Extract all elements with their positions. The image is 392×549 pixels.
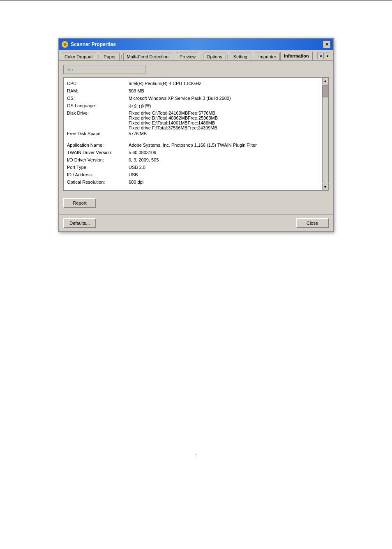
value-diskdrive: Fixed drive C:\Total:24160MBFree:5776MB … [129, 111, 318, 130]
value-freedisk: 5776 MB [129, 131, 318, 138]
scanner-icon: ⊕ [62, 41, 68, 48]
tab-options[interactable]: Options [203, 53, 226, 60]
value-ram: 503 MB [129, 88, 318, 95]
scrollbar-thumb[interactable] [323, 85, 328, 97]
info-row-appname: Application Name: Adobe Systems, Inc. Ph… [67, 143, 318, 149]
title-bar: ⊕ Scanner Properties ✕ [59, 39, 333, 50]
tab-bar: Color Dropout | Paper | Multi-Feed Detec… [59, 50, 333, 61]
tab-multi-feed[interactable]: Multi-Feed Detection [123, 53, 173, 60]
tab-sep-2: | [120, 53, 123, 60]
defaults-button[interactable]: Defaults... [63, 218, 96, 228]
value-port: USB 2.0 [129, 165, 318, 171]
info-row-os: OS: Microsoft Windows XP Service Pack 3 … [67, 96, 318, 102]
label-appname: Application Name: [67, 143, 129, 149]
tab-nav-right[interactable]: ► [325, 53, 331, 59]
tab-sep-5: | [226, 53, 229, 60]
tab-sep-6: | [251, 53, 254, 60]
tab-sep-3: | [173, 53, 175, 60]
info-row-cpu: CPU: Intel(R) Pentium(R) 4 CPU 1.80GHz [67, 81, 318, 88]
label-diskdrive: Disk Drive: [67, 111, 129, 130]
value-id: USB [129, 172, 318, 179]
info-table-wrapper: CPU: Intel(R) Pentium(R) 4 CPU 1.80GHz R… [63, 77, 329, 191]
value-cpu: Intel(R) Pentium(R) 4 CPU 1.80GHz [129, 81, 318, 88]
tab-sep-4: | [200, 53, 203, 60]
label-twain: TWAIN Driver Version: [67, 150, 129, 157]
label-io: I/O Driver Version: [67, 157, 129, 164]
label-port: Port Type: [67, 165, 129, 171]
label-os: OS: [67, 96, 129, 102]
tab-preview[interactable]: Preview [176, 53, 199, 60]
close-button[interactable]: Close [296, 218, 329, 228]
scrollbar-vertical[interactable]: ▲ ▼ [322, 78, 328, 190]
tab-paper[interactable]: Paper [100, 53, 119, 60]
dialog-body: Info CPU: Intel(R) Pentium(R) 4 CPU 1.80… [59, 61, 333, 215]
value-os: Microsoft Windows XP Service Pack 3 (Bui… [129, 96, 318, 102]
label-oslang: OS Language: [67, 103, 129, 110]
scrollbar-track[interactable] [322, 85, 329, 183]
value-twain: 5.60.0803109 [129, 150, 318, 157]
value-appname: Adobe Systems, Inc. Photoshop 1.166 (1.5… [129, 143, 318, 149]
info-row-diskdrive: Disk Drive: Fixed drive C:\Total:24160MB… [67, 111, 318, 130]
top-rule [0, 0, 392, 1]
info-dropdown-row: Info [63, 65, 329, 74]
label-ram: RAM: [67, 88, 129, 95]
window-close-button[interactable]: ✕ [323, 41, 330, 48]
scanner-properties-dialog: ⊕ Scanner Properties ✕ Color Dropout | P… [58, 38, 334, 232]
bottom-bar: Defaults... Close [59, 215, 333, 231]
label-freedisk: Free Disk Space: [67, 131, 129, 138]
info-table: CPU: Intel(R) Pentium(R) 4 CPU 1.80GHz R… [64, 78, 322, 190]
label-optical: Optical Resolution: [67, 180, 129, 186]
info-row-id: ID / Address: USB [67, 172, 318, 179]
report-button[interactable]: Report [63, 198, 96, 208]
tab-sep-1: | [97, 53, 99, 60]
info-row-ram: RAM: 503 MB [67, 88, 318, 95]
info-row-twain: TWAIN Driver Version: 5.60.0803109 [67, 150, 318, 157]
window-title: Scanner Properties [71, 42, 116, 47]
value-oslang: 中文 (台灣) [129, 103, 318, 110]
info-row-optical: Optical Resolution: 600 dpi [67, 180, 318, 186]
info-spacer [67, 138, 318, 143]
bottom-colon-text: : [195, 452, 197, 459]
tab-color-dropout[interactable]: Color Dropout [61, 53, 96, 60]
scrollbar-up-button[interactable]: ▲ [322, 78, 329, 84]
info-dropdown[interactable]: Info [63, 65, 145, 74]
tab-setting[interactable]: Setting [230, 53, 251, 60]
info-row-freedisk: Free Disk Space: 5776 MB [67, 131, 318, 138]
info-row-io: I/O Driver Version: 0, 9, 2009, 505 [67, 157, 318, 164]
report-row: Report [63, 196, 329, 210]
title-bar-left: ⊕ Scanner Properties [62, 41, 116, 48]
label-cpu: CPU: [67, 81, 129, 88]
info-row-oslang: OS Language: 中文 (台灣) [67, 103, 318, 110]
tab-nav-arrows: ◄ ► [317, 53, 331, 60]
scrollbar-down-button[interactable]: ▼ [322, 184, 329, 190]
value-optical: 600 dpi [129, 180, 318, 186]
label-id: ID / Address: [67, 172, 129, 179]
tab-nav-left[interactable]: ◄ [317, 53, 324, 59]
tab-imprinter[interactable]: Imprinter [255, 53, 280, 60]
info-row-port: Port Type: USB 2.0 [67, 165, 318, 171]
tab-information[interactable]: Information [280, 52, 313, 60]
value-io: 0, 9, 2009, 505 [129, 157, 318, 164]
